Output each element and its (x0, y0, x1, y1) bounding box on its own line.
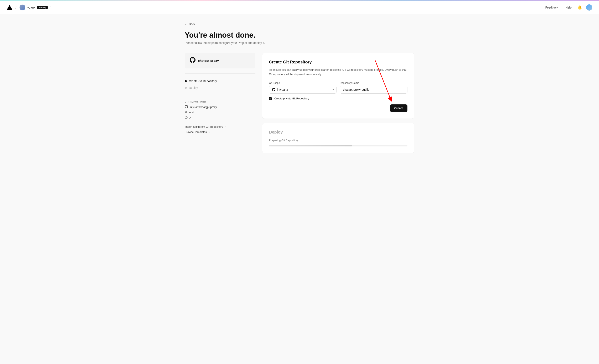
header: / yuanx Hobby ⌃ Feedback Help 🔔 (0, 1, 599, 14)
repo-name-input[interactable] (340, 86, 407, 94)
back-arrow-icon: ← (185, 22, 188, 26)
progress-bar-fill (269, 145, 352, 146)
folder-icon (185, 116, 188, 119)
step-label-deploy: Deploy (189, 86, 198, 89)
sidebar: chatgpt-proxy Create Git Repository Depl… (185, 53, 255, 136)
user-name: yuanx (27, 6, 35, 9)
github-small-icon (185, 105, 188, 109)
create-button[interactable]: Create (390, 104, 407, 112)
repo-card: chatgpt-proxy (185, 53, 255, 68)
svg-point-2 (186, 111, 187, 112)
header-separator: / (15, 5, 17, 10)
preparing-text: Preparing Git Repository. (269, 139, 407, 142)
deploy-card: Deploy Preparing Git Repository. (262, 123, 414, 153)
import-git-link[interactable]: Import a different Git Repository → (185, 125, 255, 128)
github-select-icon (272, 88, 275, 91)
branch-icon (185, 111, 188, 114)
select-chevron-icon: ▾ (333, 88, 334, 91)
hobby-badge[interactable]: Hobby (37, 6, 48, 9)
svg-line-3 (375, 61, 391, 99)
create-git-repo-title: Create Git Repository (269, 60, 407, 64)
steps-list: Create Git Repository Deploy (185, 78, 255, 91)
page-title: You're almost done. (185, 31, 414, 40)
create-git-repo-description: To ensure you can easily update your pro… (269, 68, 407, 77)
help-button[interactable]: Help (564, 5, 573, 10)
step-label-create: Create Git Repository (189, 80, 217, 83)
deploy-title: Deploy (269, 130, 407, 134)
git-scope-value: imyuanx (277, 88, 288, 91)
user-avatar-header[interactable] (586, 4, 592, 11)
private-repo-checkbox[interactable] (269, 97, 272, 100)
user-avatar (19, 5, 25, 10)
git-repo-name: imyuanx/chatgpt-proxy (190, 106, 217, 109)
right-panel: Create Git Repository To ensure you can … (262, 53, 414, 153)
progress-bar-container (269, 145, 407, 146)
feedback-button[interactable]: Feedback (544, 5, 560, 10)
page-subtitle: Please follow the steps to configure you… (185, 41, 414, 44)
browse-templates-link[interactable]: Browse Templates → (185, 130, 255, 133)
svg-point-0 (185, 113, 186, 113)
git-path-info: ./ (185, 116, 255, 119)
git-scope-label: Git Scope (269, 81, 336, 84)
step-deploy: Deploy (185, 84, 255, 91)
create-git-repo-card: Create Git Repository To ensure you can … (262, 53, 414, 119)
step-create-git-repo: Create Git Repository (185, 78, 255, 84)
git-repo-info: imyuanx/chatgpt-proxy (185, 105, 255, 109)
vercel-logo[interactable] (7, 5, 12, 10)
git-scope-select[interactable]: imyuanx ▾ (269, 86, 336, 94)
chevron-icon[interactable]: ⌃ (50, 6, 52, 9)
back-link[interactable]: ← Back (185, 22, 414, 26)
git-branch-info: main (185, 111, 255, 114)
back-label: Back (189, 22, 195, 26)
repo-name: chatgpt-proxy (198, 59, 219, 62)
git-branch-name: main (189, 111, 195, 114)
bell-icon[interactable]: 🔔 (577, 5, 582, 10)
step-dot-active (185, 80, 187, 82)
repo-name-label: Repository Name (340, 81, 407, 84)
sidebar-links: Import a different Git Repository → Brow… (185, 125, 255, 133)
github-icon (190, 57, 195, 64)
svg-point-1 (185, 111, 186, 112)
sidebar-divider (185, 73, 255, 74)
git-section-label: GIT REPOSITORY (185, 100, 255, 103)
private-repo-label: Create private Git Repository (274, 97, 309, 100)
step-dot-inactive (185, 87, 187, 89)
git-path: ./ (189, 116, 191, 119)
sidebar-divider-2 (185, 96, 255, 96)
